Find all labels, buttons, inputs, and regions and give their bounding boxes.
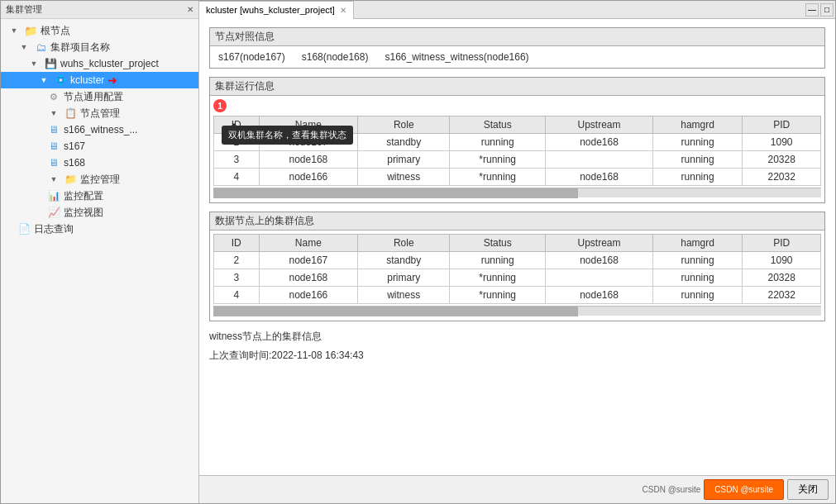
- red-arrow-indicator: ➜: [107, 74, 117, 87]
- tree-item-monitor-config-label: 监控配置: [64, 189, 103, 203]
- tree-item-monitor-view-label: 监控视图: [64, 206, 103, 220]
- cell-id: 3: [214, 269, 260, 287]
- table-row[interactable]: 3 node168 primary *running running 20328: [214, 151, 821, 169]
- cell-upstream: node168: [546, 252, 653, 269]
- data-node-table: ID Name Role Status Upstream hamgrd PID: [213, 234, 821, 304]
- maximize-btn[interactable]: □: [820, 3, 834, 17]
- cell-pid: 22032: [743, 287, 821, 304]
- node-info-s168: s168(node168): [302, 51, 369, 63]
- tooltip-row: 1 双机集群名称，查看集群状态: [213, 99, 821, 112]
- bottom-buttons: CSDN @sursite CSDN @sursite 关闭: [199, 475, 835, 503]
- table-row[interactable]: 2 node167 standby running node168 runnin…: [214, 252, 821, 269]
- cell-pid: 1090: [743, 134, 821, 151]
- cell-status: *running: [450, 287, 546, 304]
- tree-item-monitor-view[interactable]: 📈 监控视图: [1, 204, 198, 221]
- tree-item-s166-label: s166_witness_...: [64, 124, 137, 136]
- cell-hamgrd: running: [652, 287, 742, 304]
- cell-role: witness: [358, 169, 450, 186]
- cell-role: standby: [358, 252, 450, 269]
- tree-item-monitor-mgmt[interactable]: ▼ 📁 监控管理: [1, 171, 198, 188]
- left-panel-close[interactable]: ✕: [187, 5, 193, 14]
- node-info-s166: s166_witness_witness(node166): [385, 51, 528, 63]
- monitor-mgmt-icon: 📁: [64, 173, 77, 186]
- tree-item-kcluster[interactable]: ▼ 💠 kcluster ➜: [1, 72, 198, 88]
- col-role-2: Role: [358, 235, 450, 252]
- tree-item-node-mgmt[interactable]: ▼ 📋 节点管理: [1, 105, 198, 121]
- project-icon: 💾: [44, 57, 57, 70]
- cell-upstream: [546, 151, 653, 169]
- col-upstream-2: Upstream: [546, 235, 653, 252]
- tree-item-root-label: 根节点: [41, 24, 70, 38]
- cell-pid: 1090: [743, 252, 821, 269]
- cell-pid: 20328: [743, 269, 821, 287]
- table-row[interactable]: 3 node168 primary *running running 20328: [214, 269, 821, 287]
- cell-id: 3: [214, 151, 260, 169]
- s166-icon: 🖥: [47, 123, 60, 136]
- left-panel: 集群管理 ✕ ▼ 📁 根节点 ▼ 🗂 集群项目名称 ▼: [1, 1, 199, 503]
- cell-upstream: node168: [546, 134, 653, 151]
- kcluster-icon: 💠: [54, 74, 67, 87]
- cell-name: node166: [259, 287, 358, 304]
- cell-status: running: [450, 252, 546, 269]
- scrollbar-2[interactable]: [213, 306, 821, 316]
- s168-icon: 🖥: [47, 156, 60, 169]
- cell-hamgrd: running: [652, 151, 742, 169]
- expand-arrow-2: ▼: [17, 40, 31, 54]
- tree-item-s167[interactable]: 🖥 s167: [1, 138, 198, 155]
- col-status-1: Status: [450, 116, 546, 134]
- close-btn[interactable]: 关闭: [787, 479, 829, 500]
- cluster-run-content: 1 双机集群名称，查看集群状态 ID Name Role: [210, 96, 824, 202]
- data-node-section: 数据节点上的集群信息 ID Name Role Status Upstream: [209, 212, 825, 321]
- log-icon: 📄: [17, 222, 31, 235]
- app-container: 集群管理 ✕ ▼ 📁 根节点 ▼ 🗂 集群项目名称 ▼: [0, 0, 836, 504]
- data-node-content: ID Name Role Status Upstream hamgrd PID: [210, 231, 824, 321]
- tree-item-s167-label: s167: [64, 140, 85, 152]
- cell-name: node168: [259, 269, 358, 287]
- tree-item-log-label: 日志查询: [34, 222, 74, 236]
- cell-id: 4: [214, 169, 260, 186]
- tree-item-project-group[interactable]: ▼ 🗂 集群项目名称: [1, 39, 198, 55]
- tree-item-s166[interactable]: 🖥 s166_witness_...: [1, 121, 198, 138]
- tree-item-node-config-label: 节点通用配置: [64, 90, 123, 104]
- cell-pid: 20328: [743, 151, 821, 169]
- last-query-text: 上次查询时间:2022-11-08 16:34:43: [209, 349, 364, 361]
- tab-kcluster[interactable]: kcluster [wuhs_kcluster_project] ✕: [199, 1, 354, 19]
- tree-item-s168-label: s168: [64, 157, 85, 169]
- tree-item-monitor-config[interactable]: 📊 监控配置: [1, 188, 198, 204]
- col-name-2: Name: [259, 235, 358, 252]
- expand-arrow-4: ▼: [37, 74, 50, 87]
- cell-name: node168: [259, 151, 358, 169]
- expand-arrow-5: ▼: [47, 107, 60, 120]
- table-row[interactable]: 4 node166 witness *running node168 runni…: [214, 287, 821, 304]
- cell-name: node167: [259, 252, 358, 269]
- brand-btn[interactable]: CSDN @sursite: [704, 479, 784, 500]
- tree-item-node-mgmt-label: 节点管理: [80, 107, 120, 121]
- tree-item-log-query[interactable]: 📄 日志查询: [1, 221, 198, 237]
- tree-item-root[interactable]: ▼ 📁 根节点: [1, 22, 198, 39]
- tree-item-wuhs-project[interactable]: ▼ 💾 wuhs_kcluster_project: [1, 55, 198, 72]
- node-mgmt-icon: 📋: [64, 107, 77, 120]
- cell-id: 2: [214, 252, 260, 269]
- tree-item-s168[interactable]: 🖥 s168: [1, 155, 198, 171]
- table-row[interactable]: 4 node166 witness *running node168 runni…: [214, 169, 821, 186]
- witness-section: witness节点上的集群信息: [209, 330, 825, 344]
- col-pid-2: PID: [743, 235, 821, 252]
- data-node-title: 数据节点上的集群信息: [210, 212, 824, 231]
- scrollbar-1[interactable]: [213, 188, 821, 197]
- cell-role: witness: [358, 287, 450, 304]
- right-panel: kcluster [wuhs_kcluster_project] ✕ — □ 节…: [199, 1, 835, 503]
- cell-status: *running: [450, 151, 546, 169]
- left-panel-title-text: 集群管理: [6, 3, 42, 16]
- node-info-section: 节点对照信息 s167(node167) s168(node168) s166_…: [209, 27, 825, 69]
- minimize-btn[interactable]: —: [805, 3, 819, 17]
- gear-icon: ⚙: [47, 90, 60, 103]
- cell-id: 4: [214, 287, 260, 304]
- tree-item-node-config[interactable]: ⚙ 节点通用配置: [1, 88, 198, 105]
- cell-status: *running: [450, 269, 546, 287]
- col-role-1: Role: [358, 116, 450, 134]
- expand-arrow: ▼: [7, 24, 21, 37]
- folder-icon: 📁: [24, 24, 37, 37]
- col-pid-1: PID: [743, 116, 821, 134]
- tab-close-btn[interactable]: ✕: [340, 6, 346, 15]
- tab-kcluster-label: kcluster [wuhs_kcluster_project]: [206, 5, 335, 15]
